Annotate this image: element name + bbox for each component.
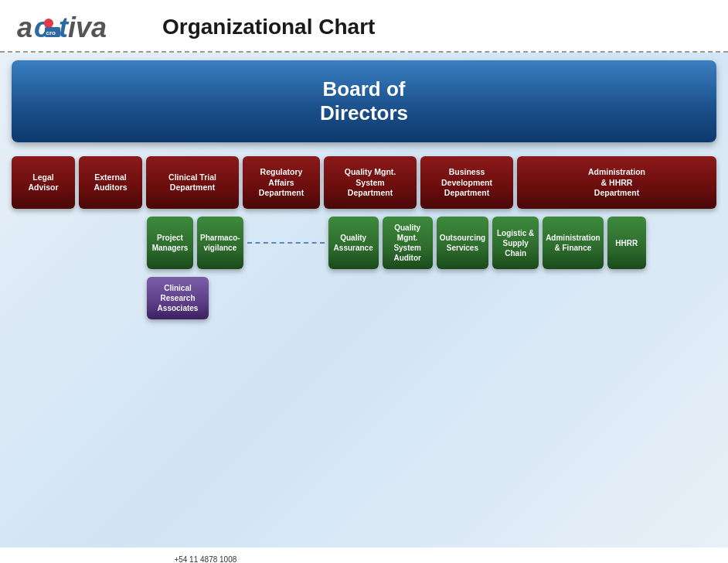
- dept-regulatory: RegulatoryAffairsDepartment: [243, 156, 320, 209]
- footer: ISO 9001 CERTIFICATION +54 11 4878 1008 …: [0, 548, 728, 563]
- sub-pharmacovigilance: Pharmaco-vigilance: [197, 217, 243, 269]
- spacer-1: [12, 217, 143, 269]
- logo-svg: a c cro t iva: [15, 8, 139, 46]
- board-line1: Board of: [323, 77, 406, 101]
- page-title: Organizational Chart: [162, 15, 375, 39]
- sub-clinical-research: ClinicalResearchAssociates: [147, 277, 209, 319]
- dept-admin-hhrr: Administration& HHRRDepartment: [517, 156, 716, 209]
- board-line2: Directors: [320, 101, 408, 125]
- sub-quality-assurance: QualityAssurance: [328, 217, 379, 269]
- level2-row: ProjectManagers Pharmaco-vigilance Quali…: [12, 217, 716, 269]
- header: a c cro t iva Organizational Chart: [0, 0, 728, 53]
- logo: a c cro t iva: [15, 8, 139, 46]
- sub-admin-finance: Administration& Finance: [543, 217, 604, 269]
- dept-legal: LegalAdvisor: [12, 156, 75, 209]
- svg-point-2: [44, 19, 53, 28]
- sub-hhrr: HHRR: [607, 217, 646, 269]
- page: a c cro t iva Organizational Chart Board…: [0, 0, 728, 563]
- board-box: Board of Directors: [12, 60, 716, 142]
- level1-row: LegalAdvisor ExternalAuditors Clinical T…: [12, 156, 716, 209]
- sub-logistic: Logistic &Supply Chain: [492, 217, 539, 269]
- board-title: Board of Directors: [27, 77, 701, 125]
- content: Board of Directors LegalAdvisor External…: [0, 53, 728, 548]
- contact-info: +54 11 4878 1008 Av. Santa Fe 1592 . Pis…: [174, 554, 333, 563]
- phone: +54 11 4878 1008: [174, 554, 333, 563]
- svg-text:iva: iva: [68, 12, 107, 43]
- dept-quality-mgmt: Quality Mgnt.SystemDepartment: [324, 156, 417, 209]
- spacer-2: [12, 277, 143, 319]
- sub-project-managers: ProjectManagers: [147, 217, 193, 269]
- svg-text:cro: cro: [46, 29, 56, 36]
- dept-external: ExternalAuditors: [79, 156, 142, 209]
- svg-text:a: a: [17, 12, 32, 43]
- sub-outsourcing: OutsourcingServices: [437, 217, 488, 269]
- sub-quality-auditor: Quality Mgnt.SystemAuditor: [383, 217, 433, 269]
- dept-business: BusinessDevelopmentDepartment: [420, 156, 513, 209]
- spacer-regulatory: [247, 217, 325, 269]
- dept-clinical: Clinical TrialDepartment: [146, 156, 239, 209]
- level3-row: ClinicalResearchAssociates: [12, 277, 716, 319]
